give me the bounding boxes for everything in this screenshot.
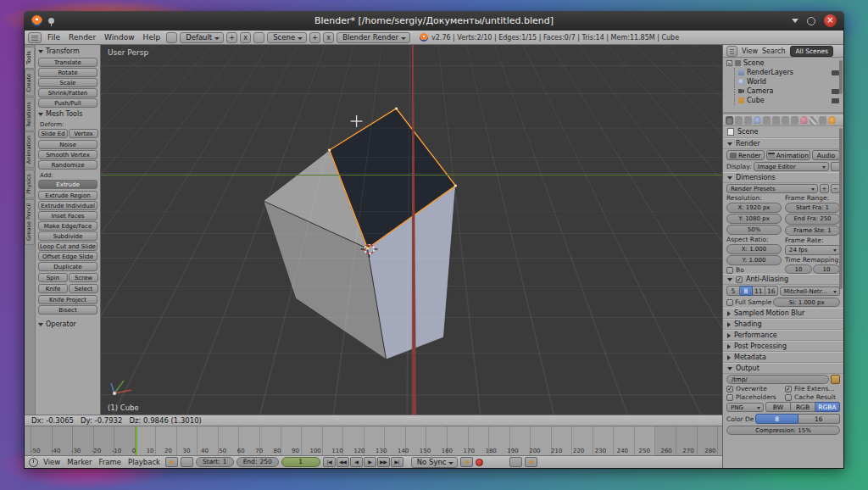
frame-step-field[interactable]: Frame Ste: 1 xyxy=(785,226,840,236)
start-frame-field[interactable]: Start: 1 xyxy=(196,457,234,467)
menu-item[interactable]: File xyxy=(44,33,64,42)
tool-button[interactable]: Offset Edge Slide xyxy=(38,252,97,261)
layout-select[interactable]: Default xyxy=(180,32,224,43)
tool-button[interactable]: Extrude Region xyxy=(38,191,97,200)
resolution-y-field[interactable]: Y: 1080 px xyxy=(726,214,782,224)
tool-button[interactable]: Subdivide xyxy=(38,231,97,241)
collapsed-panel-header[interactable]: Metadata xyxy=(723,352,843,363)
constraints-tab-icon[interactable] xyxy=(772,116,780,125)
file-extensions-checkbox[interactable]: ✓ xyxy=(785,386,792,393)
bw-button[interactable]: BW xyxy=(765,402,791,412)
timeline-editor-icon[interactable] xyxy=(29,458,38,467)
knife-select-button[interactable]: Select xyxy=(69,284,98,293)
add-preset-button[interactable]: + xyxy=(820,184,829,193)
tool-button[interactable]: Noise xyxy=(38,140,97,149)
particles-tab-icon[interactable] xyxy=(819,116,826,125)
scene-select[interactable]: Scene xyxy=(267,32,307,43)
rgba-button[interactable]: RGBA xyxy=(815,402,840,412)
output-path-field[interactable]: /tmp/ xyxy=(726,375,829,384)
menu-item[interactable]: Window xyxy=(101,33,138,42)
add-scene-button[interactable]: + xyxy=(309,32,320,43)
tool-button[interactable]: Shrink/Fatten xyxy=(38,88,97,97)
antialiasing-checkbox[interactable]: ✓ xyxy=(736,276,743,283)
samples-8-button[interactable]: 8 xyxy=(740,286,753,296)
border-checkbox[interactable] xyxy=(726,267,733,274)
tool-button[interactable]: Make Edge/Face xyxy=(38,221,97,231)
full-sample-checkbox[interactable] xyxy=(726,299,733,306)
rgb-button[interactable]: RGB xyxy=(791,402,815,412)
object-data-tab-icon[interactable] xyxy=(791,116,798,125)
fps-select[interactable]: 24 fps xyxy=(785,245,840,255)
render-toggle-icon[interactable] xyxy=(832,89,839,94)
expander-icon[interactable] xyxy=(726,60,732,66)
current-frame-field[interactable]: 1 xyxy=(281,457,320,467)
tab-grease-pencil[interactable]: Grease Pencil xyxy=(25,199,35,245)
tab-create[interactable]: Create xyxy=(25,70,35,97)
outliner-scrollbar[interactable] xyxy=(839,60,843,94)
tool-button[interactable]: Smooth Vertex xyxy=(38,150,97,159)
cube-mesh[interactable] xyxy=(101,45,722,415)
start-frame-prop-field[interactable]: Start Fra: 1 xyxy=(785,203,840,213)
render-layers-tab-icon[interactable] xyxy=(735,116,743,125)
scene-browse-icon[interactable] xyxy=(253,32,264,43)
panel-header-antialiasing[interactable]: ✓ Anti-Aliasing xyxy=(723,274,843,285)
outliner-row-cube[interactable]: Cube xyxy=(738,96,842,105)
display-select[interactable]: Image Editor xyxy=(754,162,829,171)
tool-button[interactable]: Extrude Individual xyxy=(38,201,97,210)
transport-button[interactable]: ▶| xyxy=(391,457,403,467)
tool-button[interactable]: Knife Project xyxy=(38,295,97,304)
folder-browse-icon[interactable] xyxy=(831,375,840,384)
screen-browse-icon[interactable] xyxy=(166,32,177,43)
remap-old-field[interactable]: 10 xyxy=(785,264,812,274)
tool-button[interactable]: Randomize xyxy=(38,160,97,170)
audio-button[interactable]: Audio xyxy=(812,150,840,160)
tab-animation[interactable]: Animation xyxy=(25,131,35,168)
spin-button[interactable]: Spin xyxy=(38,273,68,282)
animation-button[interactable]: Animation xyxy=(766,150,810,160)
tab-tools[interactable]: Tools xyxy=(25,47,35,69)
screw-button[interactable]: Screw xyxy=(69,273,98,282)
render-engine-select[interactable]: Blender Render xyxy=(337,32,410,43)
transport-button[interactable]: ◀◀ xyxy=(337,457,349,467)
samples-5-button[interactable]: 5 xyxy=(726,286,740,296)
outliner-row-scene[interactable]: Scene xyxy=(726,58,842,68)
outliner-row-renderlayers[interactable]: RenderLayers xyxy=(738,68,842,77)
samples-16-button[interactable]: 16 xyxy=(765,286,778,296)
physics-tab-icon[interactable] xyxy=(828,116,836,125)
timeline-menu-item[interactable]: View xyxy=(41,458,63,466)
tab-physics[interactable]: Physics xyxy=(25,170,35,198)
tool-button[interactable]: Loop Cut and Slide xyxy=(38,242,97,251)
outliner-display-mode-select[interactable]: All Scenes xyxy=(790,46,832,57)
sync-select[interactable]: No Sync xyxy=(411,457,459,468)
properties-scrollbar[interactable] xyxy=(839,128,843,289)
transport-button[interactable]: ▶ xyxy=(364,457,376,467)
timeline-menu-item[interactable]: Playback xyxy=(125,458,163,466)
panel-header-output[interactable]: Output xyxy=(723,363,843,374)
close-button[interactable]: × xyxy=(824,14,837,27)
resolution-x-field[interactable]: X: 1920 px xyxy=(726,203,782,213)
knife-button[interactable]: Knife xyxy=(38,284,68,293)
tool-button[interactable]: Translate xyxy=(38,58,97,67)
object-tab-icon[interactable] xyxy=(763,116,771,125)
texture-tab-icon[interactable] xyxy=(810,116,817,125)
resolution-scale-slider[interactable]: 50% xyxy=(726,225,782,235)
world-tab-icon[interactable] xyxy=(754,116,761,125)
tool-button[interactable]: Rotate xyxy=(38,68,97,77)
tool-button[interactable]: Bisect xyxy=(38,305,97,315)
tool-button[interactable]: Duplicate xyxy=(38,262,97,271)
pin-icon[interactable] xyxy=(48,18,54,24)
outliner-menu-search[interactable]: Search xyxy=(762,47,785,55)
outliner-row-world[interactable]: World xyxy=(738,77,842,86)
tool-button[interactable]: Scale xyxy=(38,78,97,87)
outliner-menu-view[interactable]: View xyxy=(742,47,758,55)
preview-range-icon[interactable] xyxy=(165,457,178,467)
timeline-menu-item[interactable]: Frame xyxy=(97,458,124,466)
collapsed-panel-header[interactable]: Sampled Motion Blur xyxy=(723,308,843,319)
menu-item[interactable]: Render xyxy=(65,33,99,42)
transport-button[interactable]: ◀ xyxy=(350,457,363,467)
outliner-editor-icon[interactable] xyxy=(726,46,737,57)
vertex-slide-button[interactable]: Vertex xyxy=(69,129,98,138)
keying-set-icon[interactable] xyxy=(509,457,522,467)
modifiers-tab-icon[interactable] xyxy=(782,116,789,125)
edge-slide-button[interactable]: Slide Ed xyxy=(38,129,68,138)
